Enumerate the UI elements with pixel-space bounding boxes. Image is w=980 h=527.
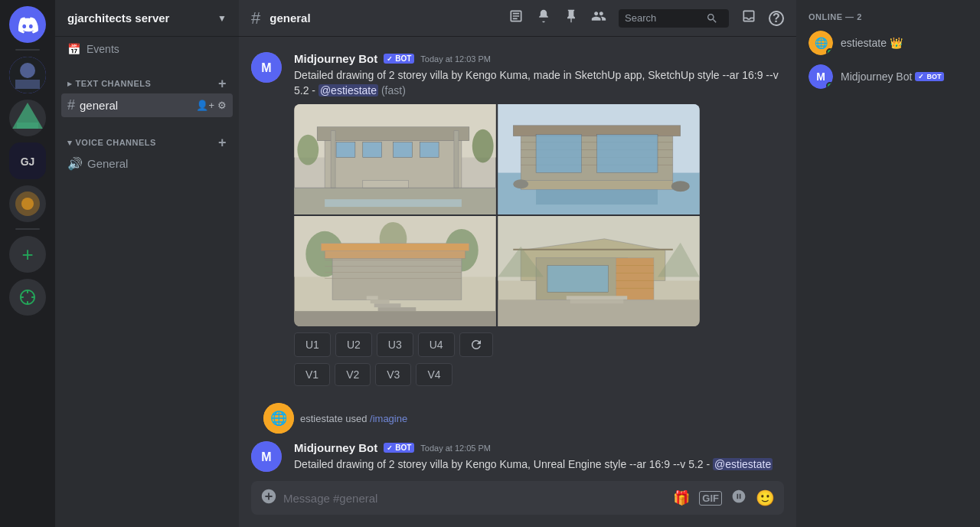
message-text-2: Detailed drawing of 2 storey villa by Ke… <box>294 457 784 475</box>
right-sidebar: ONLINE — 2 🌐 estiestate 👑 M Midjourney B… <box>796 0 980 527</box>
v3-button[interactable]: V3 <box>375 363 411 386</box>
message-time-1: Today at 12:03 PM <box>420 54 491 64</box>
settings-icon[interactable]: ⚙ <box>217 100 227 111</box>
v1-button[interactable]: V1 <box>294 363 330 386</box>
speaker-icon: 🔊 <box>67 156 83 171</box>
midjourney-status-dot <box>826 82 833 89</box>
u1-button[interactable]: U1 <box>294 332 331 357</box>
svg-rect-49 <box>332 254 462 300</box>
pin-icon[interactable] <box>564 8 579 28</box>
refresh-button[interactable] <box>459 332 493 357</box>
messages-area[interactable]: M Midjourney Bot ✓ BOT Today at 12:03 PM… <box>239 37 796 475</box>
inbox-icon[interactable] <box>741 8 756 28</box>
channel-general[interactable]: # general 👤+ ⚙ <box>61 93 233 117</box>
channel-hash-icon: # <box>67 97 75 113</box>
bell-icon[interactable] <box>536 8 551 28</box>
svg-rect-67 <box>547 266 608 293</box>
image-cell-4[interactable] <box>498 216 700 326</box>
system-message-text: estiestate used /imagine <box>300 412 407 424</box>
svg-rect-51 <box>321 244 469 251</box>
server4-icon[interactable] <box>9 185 46 222</box>
mention-estiestate-1[interactable]: @estiestate <box>318 84 378 97</box>
svg-rect-19 <box>394 142 413 158</box>
message-author-2: Midjourney Bot <box>294 441 377 454</box>
midjourney-verified-check: ✓ <box>918 73 924 80</box>
voice-channel-general[interactable]: 🔊 General <box>61 152 233 175</box>
events-item[interactable]: 📅 Events <box>55 37 239 61</box>
threads-icon[interactable] <box>508 8 524 28</box>
estiestate-system-avatar: 🌐 <box>263 403 294 434</box>
stickers-icon[interactable] <box>731 489 746 508</box>
midjourney-bot-label: BOT <box>926 73 941 80</box>
input-actions: 🎁 GIF 🙂 <box>673 489 775 508</box>
svg-rect-57 <box>371 300 390 303</box>
server-separator <box>15 49 40 51</box>
add-voice-channel-button[interactable]: + <box>218 136 227 149</box>
message-time-2: Today at 12:05 PM <box>420 444 491 453</box>
gif-icon[interactable]: GIF <box>699 491 722 506</box>
svg-text:🌐: 🌐 <box>270 410 288 427</box>
server3-active-icon[interactable]: GJ <box>9 142 46 179</box>
message-input-box: 🎁 GIF 🙂 <box>251 481 784 515</box>
image-grid[interactable] <box>294 104 700 326</box>
channel-header-hash-icon: # <box>251 8 260 28</box>
channel-sidebar: gjarchitects server ▼ 📅 Events ▸ TEXT CH… <box>55 0 239 527</box>
svg-rect-60 <box>294 311 495 326</box>
text-channels-header[interactable]: ▸ TEXT CHANNELS + <box>61 74 233 93</box>
svg-point-26 <box>472 129 494 163</box>
image-cell-1[interactable] <box>294 104 496 214</box>
voice-channels-header[interactable]: ▾ VOICE CHANNELS + <box>61 133 233 152</box>
member-item-estiestate[interactable]: 🌐 estiestate 👑 <box>808 28 968 58</box>
server1-wrapper <box>9 57 46 93</box>
members-icon[interactable] <box>591 8 606 28</box>
add-text-channel-button[interactable]: + <box>218 77 227 90</box>
server-header[interactable]: gjarchitects server ▼ <box>55 0 239 37</box>
action-buttons-v: V1 V2 V3 V4 <box>294 363 784 386</box>
server1-icon[interactable] <box>9 57 46 93</box>
fast-badge: (fast) <box>381 84 406 97</box>
midjourney-bot-avatar: M <box>251 52 282 83</box>
crown-icon: 👑 <box>890 37 903 49</box>
add-server-button[interactable]: + <box>9 236 46 273</box>
svg-rect-2 <box>15 80 40 89</box>
message-input-field[interactable] <box>283 492 667 505</box>
mention-estiestate-2[interactable]: @estiestate <box>713 458 773 470</box>
message-meta-1: Midjourney Bot ✓ BOT Today at 12:03 PM <box>294 52 784 65</box>
estiestate-avatar: 🌐 <box>808 31 833 55</box>
image-cell-3[interactable] <box>294 216 496 326</box>
search-box[interactable] <box>619 9 729 28</box>
svg-rect-23 <box>331 131 335 188</box>
v4-button[interactable]: V4 <box>416 363 452 386</box>
member-item-midjourney[interactable]: M Midjourney Bot ✓ BOT <box>808 61 968 92</box>
member-icon[interactable]: 👤+ <box>196 100 214 111</box>
svg-rect-68 <box>616 258 654 300</box>
voice-channels-label: VOICE CHANNELS <box>76 138 218 147</box>
verified-checkmark: ✓ <box>387 55 393 63</box>
text-channels-section: ▸ TEXT CHANNELS + # general 👤+ ⚙ <box>55 61 239 120</box>
image-cell-2[interactable] <box>498 104 700 214</box>
action-buttons-u: U1 U2 U3 U4 <box>294 332 784 357</box>
channel-header: # general <box>239 0 796 37</box>
gift-icon[interactable]: 🎁 <box>673 489 690 506</box>
midjourney-bot-badge: ✓ BOT <box>915 72 944 81</box>
svg-rect-59 <box>378 307 416 311</box>
emoji-icon[interactable]: 🙂 <box>756 489 775 507</box>
svg-rect-63 <box>498 300 699 326</box>
v2-button[interactable]: V2 <box>335 363 371 386</box>
add-attachment-icon[interactable] <box>260 488 277 509</box>
svg-point-43 <box>671 181 690 191</box>
server2-wrapper <box>9 100 46 136</box>
search-input[interactable] <box>625 12 701 24</box>
channel-action-icons: 👤+ ⚙ <box>196 100 227 111</box>
svg-rect-5 <box>17 123 38 129</box>
midjourney-bot-avatar-2: M <box>251 441 282 472</box>
u2-button[interactable]: U2 <box>335 332 372 357</box>
discord-home-button[interactable] <box>9 6 46 43</box>
voice-channels-arrow: ▾ <box>67 138 73 148</box>
message-input-area: 🎁 GIF 🙂 <box>239 475 796 527</box>
discover-servers-button[interactable] <box>9 279 46 316</box>
server2-icon[interactable] <box>9 100 46 136</box>
help-icon[interactable]: ? <box>769 11 784 26</box>
u4-button[interactable]: U4 <box>418 332 455 357</box>
u3-button[interactable]: U3 <box>377 332 413 357</box>
